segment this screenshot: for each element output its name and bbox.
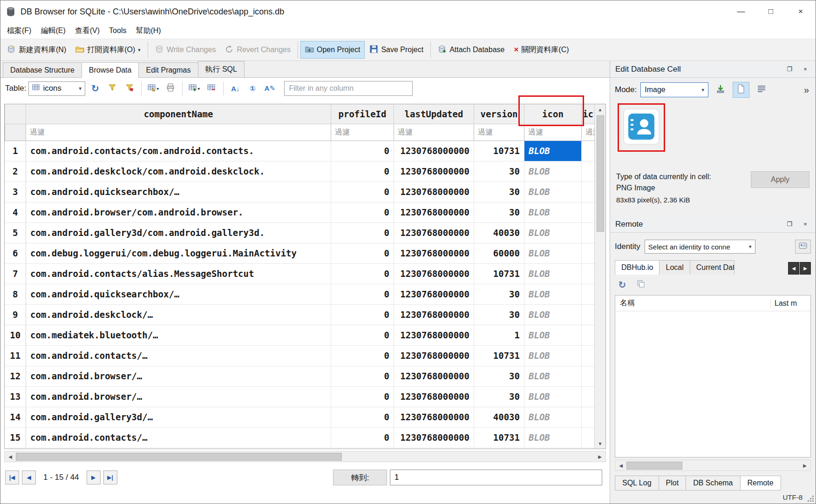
column-header-version[interactable]: version xyxy=(474,104,524,124)
cell-componentName[interactable]: com.android.gallery3d/… xyxy=(26,407,331,427)
cell-version[interactable]: 30 xyxy=(474,161,524,181)
cell-profileId[interactable]: 0 xyxy=(331,407,394,427)
cell-version[interactable]: 1 xyxy=(474,325,524,345)
cell-icon[interactable]: BLOB xyxy=(524,263,582,284)
export-table-button[interactable]: ▾ xyxy=(146,81,161,96)
close-panel-icon[interactable]: × xyxy=(800,219,810,229)
column-header-partial[interactable]: ic xyxy=(582,104,595,124)
row-number[interactable]: 12 xyxy=(5,366,26,386)
cell-profileId[interactable]: 0 xyxy=(331,427,394,448)
row-number[interactable]: 6 xyxy=(5,243,26,263)
row-number[interactable]: 11 xyxy=(5,345,26,366)
scroll-down-icon[interactable]: ▼ xyxy=(595,438,605,449)
cell-lastUpdated[interactable]: 1230768000000 xyxy=(394,325,474,345)
cell-icon[interactable]: BLOB xyxy=(524,243,582,263)
cell-profileId[interactable]: 0 xyxy=(331,366,394,386)
cell-componentName[interactable]: com.android.deskclock/com.android.deskcl… xyxy=(26,161,331,181)
row-number[interactable]: 9 xyxy=(5,304,26,325)
scroll-up-icon[interactable]: ▲ xyxy=(595,104,605,114)
delete-record-button[interactable] xyxy=(204,81,219,96)
remote-column-last-modified[interactable]: Last m xyxy=(770,299,810,308)
print-button[interactable] xyxy=(163,81,178,96)
first-page-button[interactable]: |◀ xyxy=(5,470,19,484)
open-database-dropdown-arrow[interactable]: ▾ xyxy=(138,47,141,53)
prev-page-button[interactable]: ◀ xyxy=(22,470,36,484)
cell-profileId[interactable]: 0 xyxy=(331,304,394,325)
cell-profileId[interactable]: 0 xyxy=(331,161,394,181)
maximize-button[interactable]: □ xyxy=(756,0,786,23)
cell-partial[interactable] xyxy=(582,222,595,243)
cell-version[interactable]: 10731 xyxy=(474,427,524,448)
cell-icon[interactable]: BLOB xyxy=(524,386,582,407)
cell-lastUpdated[interactable]: 1230768000000 xyxy=(394,304,474,325)
menu-help[interactable]: 幫助(H) xyxy=(131,24,165,38)
cell-version[interactable]: 40030 xyxy=(474,222,524,243)
import-data-button[interactable] xyxy=(712,82,729,98)
cell-version[interactable]: 30 xyxy=(474,181,524,202)
column-header-lastUpdated[interactable]: lastUpdated xyxy=(394,104,474,124)
column-header-componentName[interactable]: componentName xyxy=(26,104,331,124)
cell-icon[interactable]: BLOB xyxy=(524,181,582,202)
tab-edit-pragmas[interactable]: Edit Pragmas xyxy=(138,62,198,77)
cell-version[interactable]: 10731 xyxy=(474,141,524,161)
cell-icon[interactable]: BLOB xyxy=(524,202,582,222)
filter-profileId[interactable]: 過濾 xyxy=(331,124,394,141)
cell-componentName[interactable]: com.android.quicksearchbox/… xyxy=(26,181,331,202)
cell-componentName[interactable]: com.android.gallery3d/com.android.galler… xyxy=(26,222,331,243)
float-panel-icon[interactable]: ❐ xyxy=(784,64,795,74)
next-page-button[interactable]: ▶ xyxy=(87,470,101,484)
cell-version[interactable]: 30 xyxy=(474,386,524,407)
cell-version[interactable]: 40030 xyxy=(474,407,524,427)
resize-grip[interactable] xyxy=(808,496,814,502)
cell-profileId[interactable]: 0 xyxy=(331,345,394,366)
save-project-button[interactable]: Save Project xyxy=(365,41,428,59)
cell-profileId[interactable]: 0 xyxy=(331,222,394,243)
cell-lastUpdated[interactable]: 1230768000000 xyxy=(394,386,474,407)
identity-card-button[interactable] xyxy=(795,240,811,254)
goto-input[interactable] xyxy=(390,470,602,485)
menu-view[interactable]: 查看(V) xyxy=(70,24,104,38)
cell-componentName[interactable]: com.android.browser/… xyxy=(26,386,331,407)
cell-componentName[interactable]: com.android.browser/com.android.browser. xyxy=(26,202,331,222)
row-number[interactable]: 4 xyxy=(5,202,26,222)
tab-dbhub[interactable]: DBHub.io xyxy=(615,260,660,275)
cell-profileId[interactable]: 0 xyxy=(331,263,394,284)
filter-lastUpdated[interactable]: 過濾 xyxy=(394,124,474,141)
column-header-icon[interactable]: icon xyxy=(524,104,582,124)
cell-version[interactable]: 30 xyxy=(474,304,524,325)
cell-partial[interactable] xyxy=(582,345,595,366)
row-number[interactable]: 13 xyxy=(5,386,26,407)
clear-filter-button[interactable] xyxy=(122,81,137,96)
cell-partial[interactable] xyxy=(582,181,595,202)
horizontal-scroll-thumb[interactable] xyxy=(16,453,342,461)
filter-input[interactable] xyxy=(284,81,413,96)
cell-componentName[interactable]: com.android.deskclock/… xyxy=(26,304,331,325)
float-panel-icon[interactable]: ❐ xyxy=(784,219,795,229)
cell-icon[interactable]: BLOB xyxy=(524,161,582,181)
encoding-button[interactable]: ① xyxy=(245,81,260,96)
row-number[interactable]: 1 xyxy=(5,141,26,161)
scroll-right-icon[interactable]: ▶ xyxy=(799,460,810,470)
cell-lastUpdated[interactable]: 1230768000000 xyxy=(394,141,474,161)
close-button[interactable]: × xyxy=(786,0,816,23)
close-panel-icon[interactable]: × xyxy=(800,64,810,74)
row-number[interactable]: 10 xyxy=(5,325,26,345)
cell-icon[interactable]: BLOB xyxy=(524,141,582,161)
cell-icon[interactable]: BLOB xyxy=(524,366,582,386)
tab-sql-log[interactable]: SQL Log xyxy=(615,476,659,491)
cell-profileId[interactable]: 0 xyxy=(331,181,394,202)
cell-version[interactable]: 30 xyxy=(474,202,524,222)
cell-lastUpdated[interactable]: 1230768000000 xyxy=(394,284,474,304)
refresh-button[interactable]: ↻ xyxy=(88,81,102,96)
cell-lastUpdated[interactable]: 1230768000000 xyxy=(394,366,474,386)
cell-partial[interactable] xyxy=(582,284,595,304)
cell-componentName[interactable]: com.android.browser/… xyxy=(26,366,331,386)
column-header-profileId[interactable]: profileId xyxy=(331,104,394,124)
scroll-left-icon[interactable]: ◀ xyxy=(5,451,16,462)
tab-scroll-right-icon[interactable]: ▶ xyxy=(800,262,811,275)
menu-tools[interactable]: Tools xyxy=(104,24,131,37)
cell-componentName[interactable]: com.android.contacts/com.android.contact… xyxy=(26,141,331,161)
cell-componentName[interactable]: com.android.contacts/… xyxy=(26,427,331,448)
table-select[interactable]: icons ▾ xyxy=(28,81,85,96)
mode-select[interactable]: Image ▾ xyxy=(640,82,708,97)
